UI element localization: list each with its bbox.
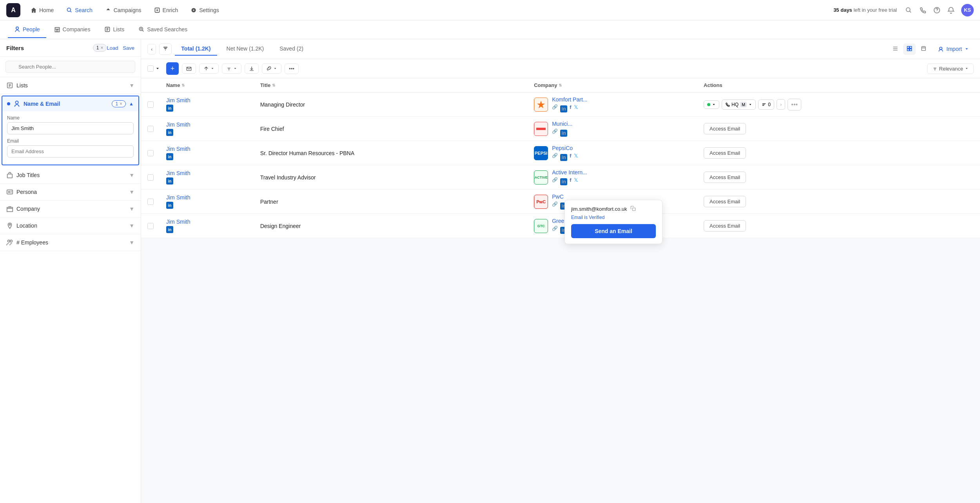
company-3-link[interactable]: 🔗 — [552, 153, 558, 161]
tab-saved[interactable]: Saved (2) — [273, 42, 310, 56]
subnav-companies[interactable]: Companies — [48, 22, 97, 38]
tab-net-new[interactable]: Net New (1.2K) — [220, 42, 270, 56]
relevance-sort-btn[interactable]: Relevance — [927, 63, 974, 74]
company-4-tw[interactable]: 𝕏 — [574, 177, 578, 185]
bell-icon-btn[interactable] — [947, 6, 955, 14]
company-3-tw[interactable]: 𝕏 — [574, 153, 578, 161]
import-btn[interactable]: Import — [933, 43, 974, 54]
person-name-2[interactable]: Jim Smith — [166, 121, 248, 128]
linkedin-icon-4[interactable]: in — [166, 177, 173, 185]
add-to-list-btn[interactable]: + — [166, 62, 179, 75]
name-email-collapse-icon[interactable]: ▲ — [129, 101, 134, 107]
linkedin-icon-3[interactable]: in — [166, 153, 173, 160]
filter-section-lists-header[interactable]: Lists ▼ — [0, 77, 141, 94]
help-icon-btn[interactable] — [933, 6, 941, 14]
company-name-5[interactable]: PwC — [552, 194, 577, 200]
app-logo[interactable]: A — [6, 3, 20, 17]
company-5-link[interactable]: 🔗 — [552, 201, 558, 210]
row-4-checkbox[interactable] — [147, 174, 154, 181]
subnav-lists[interactable]: Lists — [98, 22, 131, 38]
person-name-4[interactable]: Jim Smith — [166, 170, 248, 176]
th-title[interactable]: Title ⇅ — [254, 78, 528, 92]
sequence-btn[interactable] — [199, 63, 219, 74]
list-view-btn[interactable] — [889, 43, 902, 55]
sort-btn[interactable] — [222, 63, 241, 74]
company-name-2[interactable]: Munici... — [552, 121, 572, 127]
linkedin-icon-2[interactable]: in — [166, 129, 173, 136]
company-2-linkedin[interactable]: in — [560, 130, 567, 137]
clear-filter-btn[interactable]: × — [100, 45, 103, 51]
load-btn[interactable]: Load — [107, 45, 118, 51]
company-2-link[interactable]: 🔗 — [552, 128, 558, 137]
person-name-3[interactable]: Jim Smith — [166, 146, 248, 152]
nav-search[interactable]: Search — [61, 5, 98, 16]
company-6-link[interactable]: 🔗 — [552, 226, 558, 234]
name-email-badge-x[interactable]: × — [120, 101, 122, 107]
filter-toggle-btn[interactable] — [159, 43, 172, 55]
linkedin-icon-6[interactable]: in — [166, 226, 173, 233]
th-name[interactable]: Name ⇅ — [160, 78, 254, 92]
more-actions-btn[interactable]: ••• — [285, 63, 299, 74]
company-name-1[interactable]: Komfort Part... — [552, 96, 587, 103]
seq-btn-1[interactable]: 0 — [758, 100, 774, 110]
person-name-1[interactable]: Jim Smith — [166, 97, 248, 103]
filter-section-job-titles-header[interactable]: Job Titles ▼ — [0, 167, 141, 183]
copy-email-btn[interactable] — [630, 206, 636, 212]
save-btn[interactable]: Save — [123, 45, 134, 51]
linkedin-icon-1[interactable]: in — [166, 105, 173, 112]
row-3-checkbox[interactable] — [147, 150, 154, 156]
row-1-checkbox[interactable] — [147, 101, 154, 108]
select-all-checkbox[interactable] — [147, 65, 154, 72]
company-4-linkedin[interactable]: in — [560, 178, 567, 185]
company-1-tw[interactable]: 𝕏 — [574, 104, 578, 112]
filter-section-persona-header[interactable]: Persona ▼ — [0, 184, 141, 200]
download-btn[interactable] — [245, 63, 259, 74]
company-1-linkedin[interactable]: in — [560, 105, 567, 112]
tab-total[interactable]: Total (1.2K) — [175, 42, 217, 56]
grid-view-btn[interactable] — [903, 43, 916, 55]
company-1-fb[interactable]: f — [570, 104, 571, 112]
tab-prev-btn[interactable]: ‹ — [147, 44, 156, 54]
nav-enrich[interactable]: Enrich — [149, 5, 184, 16]
name-email-header[interactable]: Name & Email 1 × ▲ — [2, 96, 138, 111]
access-email-btn-3[interactable]: Access Email — [704, 147, 746, 159]
send-email-btn[interactable]: Send an Email — [571, 224, 656, 238]
more-action-btn-1[interactable]: ••• — [788, 99, 801, 110]
row-6-checkbox[interactable] — [147, 223, 154, 229]
search-icon-btn[interactable] — [905, 6, 913, 14]
subnav-saved-searches[interactable]: Saved Searches — [132, 22, 194, 38]
person-name-5[interactable]: Jim Smith — [166, 194, 248, 201]
access-email-btn-4[interactable]: Access Email — [704, 172, 746, 183]
company-name-4[interactable]: Active Intern... — [552, 169, 587, 176]
filter-section-employees-header[interactable]: # Employees ▼ — [0, 234, 141, 251]
arrow-btn-1[interactable]: › — [777, 99, 785, 110]
company-name-3[interactable]: PepsiCo — [552, 145, 577, 151]
access-email-btn-2[interactable]: Access Email — [704, 123, 746, 134]
access-email-btn-5[interactable]: Access Email — [704, 196, 746, 207]
search-people-input[interactable] — [5, 61, 135, 73]
filter-section-company-header[interactable]: Company ▼ — [0, 201, 141, 217]
company-3-fb[interactable]: f — [570, 153, 571, 161]
email-field-input[interactable] — [7, 145, 134, 157]
linkedin-icon-5[interactable]: in — [166, 202, 173, 209]
user-avatar[interactable]: KS — [961, 4, 974, 16]
row-2-checkbox[interactable] — [147, 126, 154, 132]
nav-settings[interactable]: Settings — [185, 5, 225, 16]
export-view-btn[interactable] — [917, 43, 930, 55]
nav-campaigns[interactable]: Campaigns — [100, 5, 147, 16]
email-action-btn[interactable] — [182, 63, 196, 74]
th-company[interactable]: Company ⇅ — [528, 78, 697, 92]
hq-btn-1[interactable]: HQ M — [722, 100, 756, 110]
row-5-checkbox[interactable] — [147, 199, 154, 205]
company-3-linkedin[interactable]: in — [560, 154, 567, 161]
link-btn[interactable] — [262, 63, 281, 74]
phone-icon-btn[interactable] — [919, 6, 927, 14]
nav-home[interactable]: Home — [25, 5, 59, 16]
filter-section-location-header[interactable]: Location ▼ — [0, 217, 141, 234]
subnav-people[interactable]: People — [8, 22, 46, 38]
company-1-link-icon[interactable]: 🔗 — [552, 104, 558, 112]
access-email-btn-6[interactable]: Access Email — [704, 220, 746, 232]
name-field-value[interactable]: Jim Smith — [7, 122, 134, 134]
email-verify-btn-1[interactable] — [704, 100, 719, 109]
person-name-6[interactable]: Jim Smith — [166, 219, 248, 225]
